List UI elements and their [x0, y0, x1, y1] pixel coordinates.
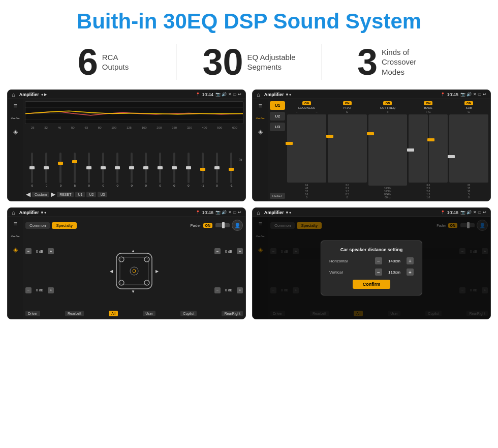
- ch-label-bass: BASS: [424, 106, 432, 109]
- tab-specialty[interactable]: Specialty: [52, 222, 76, 229]
- confirm-button[interactable]: Confirm: [353, 280, 391, 289]
- sidebar-1: ≡ 〜〜 ◈: [8, 99, 23, 201]
- reset-btn-1[interactable]: RESET: [57, 192, 74, 197]
- user-avatar-3[interactable]: 👤: [232, 220, 243, 231]
- home-icon-4[interactable]: ⌂: [257, 210, 260, 216]
- wave-icon-3[interactable]: 〜〜: [11, 233, 20, 240]
- fader-slider[interactable]: [215, 223, 230, 227]
- left-db-controls: − 0 dB + − 0 dB +: [25, 233, 54, 309]
- svg-text:▲: ▲: [131, 249, 135, 253]
- preset-u3[interactable]: U3: [270, 123, 285, 131]
- db-plus-rl[interactable]: +: [48, 287, 54, 293]
- btn-rearright[interactable]: RearRight: [222, 311, 243, 316]
- sidebar-3: ≡ 〜〜 ◈: [8, 217, 23, 319]
- home-icon[interactable]: ⌂: [12, 92, 15, 98]
- btn-all[interactable]: All: [109, 311, 118, 316]
- wave-icon[interactable]: 〜〜: [11, 115, 20, 122]
- vertical-minus[interactable]: −: [375, 268, 382, 276]
- mixer-channels: ON LOUDNESS ~~ 644832160: [287, 101, 488, 199]
- db-minus-rr[interactable]: −: [214, 287, 221, 293]
- ch-on-bass[interactable]: ON: [424, 101, 432, 105]
- sub-slider[interactable]: [449, 114, 488, 183]
- eq-slider-5[interactable]: 0: [97, 153, 110, 187]
- fader-bottom-btns: Driver RearLeft All User Copilot RearRig…: [25, 311, 243, 316]
- phat-slider[interactable]: [328, 114, 367, 183]
- stat-rca-number: 6: [78, 44, 98, 80]
- svg-text:◀: ◀: [110, 269, 113, 274]
- custom-btn[interactable]: Custom: [32, 192, 49, 197]
- preset-u1[interactable]: U1: [270, 101, 285, 110]
- eq-slider-2[interactable]: 0: [54, 153, 67, 187]
- wave-icon-2[interactable]: 〜〜: [256, 115, 265, 122]
- eq-slider-12[interactable]: -1: [196, 153, 209, 187]
- home-icon-2[interactable]: ⌂: [257, 92, 260, 98]
- horizontal-minus[interactable]: −: [375, 257, 382, 264]
- db-control-fr: − 0 dB +: [214, 248, 243, 254]
- eq-slider-7[interactable]: 0: [126, 153, 138, 187]
- u3-btn-1[interactable]: U3: [98, 192, 107, 197]
- svg-text:▼: ▼: [131, 289, 135, 294]
- dialog-row-horizontal: Horizontal − 140cm +: [329, 257, 414, 264]
- eq-slider-13[interactable]: 0: [210, 153, 223, 187]
- eq-slider-3[interactable]: 5: [69, 153, 81, 187]
- eq-freq-labels: 2532405063 80100125160200 25032040050063…: [25, 126, 243, 130]
- play-icon[interactable]: ▶: [51, 191, 55, 198]
- home-icon-3[interactable]: ⌂: [12, 210, 15, 216]
- eq-slider-6[interactable]: 0: [111, 153, 124, 187]
- prev-icon[interactable]: ◀: [26, 191, 30, 198]
- db-plus-rr[interactable]: +: [237, 287, 243, 293]
- volume-icon[interactable]: ◈: [13, 128, 18, 135]
- btn-driver[interactable]: Driver: [25, 311, 40, 316]
- btn-copilot[interactable]: Copilot: [180, 311, 197, 316]
- screen4-title: Amplifier: [264, 210, 284, 215]
- eq-slider-9[interactable]: 0: [154, 153, 167, 187]
- fader-on-btn[interactable]: ON: [203, 223, 213, 228]
- volume-icon-2[interactable]: ◈: [258, 128, 263, 135]
- db-minus-rl[interactable]: −: [25, 287, 32, 293]
- eq-slider-0[interactable]: 0: [26, 153, 39, 187]
- ch-on-sub[interactable]: ON: [464, 101, 473, 105]
- u1-btn-1[interactable]: U1: [75, 192, 85, 197]
- ch-on-cutfreq[interactable]: ON: [383, 101, 392, 105]
- eq-slider-14[interactable]: -1: [225, 153, 237, 187]
- tab-common[interactable]: Common: [25, 222, 50, 229]
- stat-eq-number: 30: [202, 44, 243, 80]
- eq-icon-2[interactable]: ≡: [258, 102, 262, 109]
- bass-slider-g[interactable]: [429, 114, 448, 183]
- stat-crossover-label: Kinds of Crossover Modes: [382, 47, 432, 77]
- ch-on-loudness[interactable]: ON: [302, 101, 311, 105]
- volume-icon-3[interactable]: ◈: [13, 246, 18, 253]
- eq-slider-10[interactable]: 0: [168, 153, 181, 187]
- eq-slider-8[interactable]: 0: [140, 153, 152, 187]
- speaker-distance-dialog: Car speaker distance setting Horizontal …: [321, 241, 422, 295]
- screen3-title: Amplifier: [19, 210, 39, 215]
- horizontal-label: Horizontal: [329, 259, 348, 263]
- horizontal-plus[interactable]: +: [407, 257, 414, 264]
- db-minus-fr[interactable]: −: [214, 248, 221, 254]
- vertical-plus[interactable]: +: [407, 268, 414, 276]
- stats-row: 6 RCA Outputs 30 EQ Adjustable Segments …: [0, 39, 498, 89]
- screen2-status-icons: 📷 🔊 ✕ ▭ ↩: [460, 92, 486, 97]
- db-plus-fl[interactable]: +: [48, 248, 54, 254]
- eq-icon[interactable]: ≡: [13, 102, 17, 109]
- btn-user[interactable]: User: [143, 311, 155, 316]
- eq-slider-11[interactable]: 0: [182, 153, 195, 187]
- reset-btn-cross[interactable]: RESET: [270, 193, 285, 199]
- db-plus-fr[interactable]: +: [237, 248, 243, 254]
- sidebar-2: ≡ 〜〜 ◈: [253, 99, 268, 201]
- preset-u2[interactable]: U2: [270, 112, 285, 121]
- eq-slider-1[interactable]: 0: [40, 153, 53, 187]
- channel-sub: ON SUB G 20151050: [449, 101, 488, 199]
- btn-rearleft[interactable]: RearLeft: [65, 311, 84, 316]
- ch-on-phat[interactable]: ON: [343, 101, 352, 105]
- u2-btn-1[interactable]: U2: [86, 192, 96, 197]
- eq-slider-4[interactable]: 0: [83, 153, 96, 187]
- fader-main: Common Specialty Fader ON 👤 −: [23, 217, 245, 319]
- cutfreq-slider[interactable]: [368, 114, 408, 186]
- loudness-slider[interactable]: [287, 114, 326, 183]
- bass-slider-f[interactable]: [409, 114, 427, 183]
- eq-icon-3[interactable]: ≡: [13, 220, 17, 227]
- horizontal-val: 140cm: [384, 259, 404, 263]
- db-minus-fl[interactable]: −: [25, 248, 32, 254]
- screen1-title: Amplifier: [19, 92, 39, 97]
